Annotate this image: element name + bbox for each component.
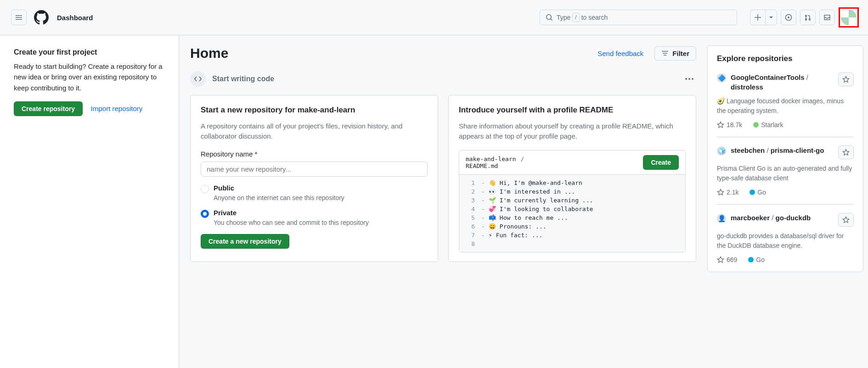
dropdown-caret-icon[interactable] — [766, 10, 777, 25]
repo-description: go-duckdb provides a database/sql driver… — [717, 231, 854, 251]
repo-link[interactable]: marcboeker / go-duckdb — [731, 213, 834, 223]
inbox-button[interactable] — [819, 10, 835, 25]
explore-repo-item: 👤 marcboeker / go-duckdb go-duckdb provi… — [717, 213, 854, 263]
code-line: 1-👋Hi, I'm @make-and-learn — [459, 178, 685, 187]
star-button[interactable] — [838, 213, 854, 227]
code-line: 3-🌱I'm currently learning ... — [459, 196, 685, 205]
repo-description: Prisma Client Go is an auto-generated an… — [717, 164, 854, 183]
repo-link[interactable]: steebchen / prisma-client-go — [731, 145, 834, 155]
star-button[interactable] — [838, 72, 854, 86]
new-repo-title: Start a new repository for make-and-lear… — [201, 105, 428, 116]
private-radio[interactable] — [201, 210, 209, 218]
repo-stars: 669 — [717, 256, 737, 263]
section-menu-button[interactable] — [682, 75, 696, 83]
repo-language: Go — [750, 189, 766, 196]
main-content: Home Send feedback Filter Start writing … — [179, 35, 707, 368]
repo-stars: 18.7k — [717, 121, 742, 128]
readme-code-block: 1-👋Hi, I'm @make-and-learn2-👀I'm interes… — [459, 174, 685, 252]
sidebar-title: Create your first project — [14, 48, 165, 56]
create-new-menu[interactable] — [750, 10, 777, 25]
code-line: 2-👀I'm interested in ... — [459, 187, 685, 196]
code-line: 7-⚡Fun fact: ... — [459, 231, 685, 240]
repo-language: Go — [748, 256, 765, 263]
user-avatar[interactable] — [841, 10, 857, 25]
code-line: 8 — [459, 240, 685, 248]
repo-owner-avatar: 🧊 — [717, 146, 726, 156]
github-logo[interactable] — [34, 10, 49, 25]
section-label: Start writing code — [212, 75, 676, 83]
repo-name-label: Repository name * — [201, 150, 428, 158]
right-panel: Explore repositories 🔷 GoogleContainerTo… — [707, 35, 868, 368]
create-readme-button[interactable]: Create — [643, 155, 679, 170]
code-icon — [190, 71, 206, 87]
repo-owner-avatar: 🔷 — [717, 73, 726, 83]
search-icon — [546, 14, 553, 21]
dashboard-label[interactable]: Dashboard — [57, 14, 93, 22]
code-line: 5-📫How to reach me ... — [459, 213, 685, 222]
filter-button[interactable]: Filter — [654, 46, 696, 61]
readme-title: Introduce yourself with a profile README — [459, 105, 686, 116]
create-new-repo-button[interactable]: Create a new repository — [201, 234, 289, 249]
search-hotkey: / — [572, 13, 579, 22]
sidebar-desc: Ready to start building? Create a reposi… — [14, 61, 165, 93]
page-title: Home — [190, 45, 228, 61]
global-header: Dashboard Type / to search — [0, 0, 868, 35]
svg-point-1 — [788, 17, 789, 18]
plus-icon[interactable] — [750, 10, 766, 25]
import-repository-link[interactable]: Import repository — [91, 105, 143, 112]
pull-requests-button[interactable] — [800, 10, 816, 25]
explore-title: Explore repositories — [717, 54, 854, 63]
repo-name-input[interactable] — [201, 162, 428, 177]
star-button[interactable] — [838, 145, 854, 159]
explore-repo-item: 🔷 GoogleContainerTools / distroless 🥑 La… — [717, 72, 854, 137]
new-repo-desc: A repository contains all of your projec… — [201, 121, 428, 142]
explore-repo-item: 🧊 steebchen / prisma-client-go Prisma Cl… — [717, 145, 854, 205]
readme-path: make-and-learn / README.md — [466, 156, 525, 169]
avatar-highlight — [839, 7, 859, 28]
left-sidebar: Create your first project Ready to start… — [0, 35, 179, 368]
code-line: 6-😄Pronouns: ... — [459, 222, 685, 231]
profile-readme-card: Introduce yourself with a profile README… — [448, 95, 696, 262]
search-input[interactable]: Type / to search — [540, 10, 737, 25]
issues-button[interactable] — [781, 10, 796, 25]
code-line: 4-💞️I'm looking to collaborate — [459, 205, 685, 213]
public-radio[interactable] — [201, 185, 209, 193]
filter-icon — [661, 50, 669, 57]
repo-language: Starlark — [753, 121, 783, 128]
readme-desc: Share information about yourself by crea… — [459, 121, 686, 142]
repo-link[interactable]: GoogleContainerTools / distroless — [731, 72, 834, 92]
repo-stars: 2.1k — [717, 189, 738, 196]
send-feedback-link[interactable]: Send feedback — [597, 50, 643, 57]
hamburger-menu-button[interactable] — [11, 10, 27, 25]
repo-owner-avatar: 👤 — [717, 214, 726, 223]
new-repo-card: Start a new repository for make-and-lear… — [190, 95, 438, 262]
repo-description: 🥑 Language focused docker images, minus … — [717, 96, 854, 116]
create-repository-button[interactable]: Create repository — [14, 101, 83, 116]
